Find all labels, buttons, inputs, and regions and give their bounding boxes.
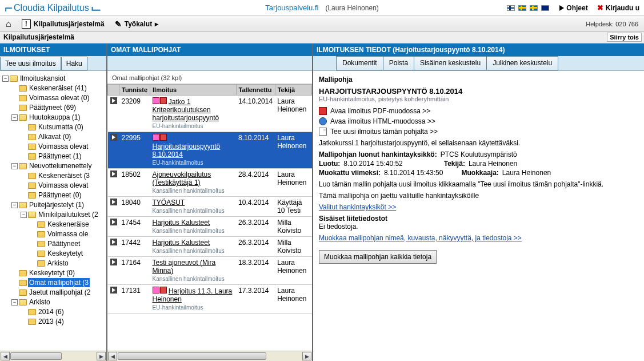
help-link[interactable]: Ohjeet: [559, 4, 587, 12]
row-title-link[interactable]: Testi ajoneuvot (Mira Minna): [153, 259, 216, 275]
service-link[interactable]: Tarjouspalvelu.fi: [265, 3, 318, 12]
tree-item[interactable]: Puitejärjestelyt (1): [28, 200, 85, 209]
logout-link[interactable]: ✖ Kirjaudu u: [597, 3, 639, 12]
pane-mallipohjat: OMAT MALLIPOHJAT Omat mallipohjat (32 kp…: [107, 43, 313, 361]
scroll-right-icon[interactable]: ▶: [302, 352, 311, 360]
tree-item[interactable]: Keskeneräiset (41): [28, 84, 88, 93]
tree-item[interactable]: Arkisto: [46, 259, 70, 268]
row-title-link[interactable]: Ajoneuvokilpailutus (Testikäyttäjä 1): [153, 170, 211, 187]
home-button[interactable]: ⌂: [6, 19, 11, 29]
selected-units-link[interactable]: Valitut hankintayksiköt >>: [319, 203, 396, 211]
row-title-link[interactable]: Harjoitustarjouspyyntö 8.10.2014: [153, 142, 221, 158]
tree-item[interactable]: Jaetut mallipohjat (2: [28, 288, 91, 297]
tree-item[interactable]: Neuvottelumenettely: [28, 161, 93, 170]
table-row[interactable]: 17131 Harjoitus 11.3. Laura HeinonenEU-h…: [108, 285, 312, 314]
new-from-template-link[interactable]: Tee uusi ilmoitus tämän pohjalta >>: [319, 128, 638, 136]
collapse-icon[interactable]: −: [11, 163, 18, 169]
detail-body: Mallipohja HARJOITUSTARJOUSPYYNTÖ 8.10.2…: [313, 71, 644, 361]
folder-tree[interactable]: −IlmoituskansiotKeskeneräiset (41)Voimas…: [0, 71, 106, 351]
expand-icon[interactable]: [110, 134, 117, 141]
expand-icon[interactable]: [110, 170, 117, 177]
row-title-link[interactable]: Harjoitus Kalusteet: [153, 219, 210, 227]
tab-dokumentit[interactable]: Dokumentit: [336, 56, 383, 70]
table-row[interactable]: 22995 Harjoitustarjouspyyntö 8.10.2014EU…: [108, 132, 312, 169]
h-scrollbar[interactable]: ◀ ▶: [0, 351, 106, 361]
new-notice-button[interactable]: Tee uusi ilmoitus: [0, 57, 61, 70]
tree-item[interactable]: 2014 (6): [37, 307, 65, 316]
scroll-right-icon[interactable]: ▶: [97, 352, 106, 360]
expand-icon[interactable]: [110, 287, 117, 293]
tree-item[interactable]: Voimassa olevat (0): [28, 93, 90, 102]
table-row[interactable]: 18502Ajoneuvokilpailutus (Testikäyttäjä …: [108, 169, 312, 197]
flag-sv-icon[interactable]: [518, 5, 526, 11]
row-subtype: EU-hankintailmoitus: [153, 304, 203, 311]
open-html-link[interactable]: Avaa ilmoitus HTML-muodossa >>: [319, 117, 638, 125]
edit-all-button[interactable]: Muokkaa mallipohjan kaikkia tietoja: [319, 250, 437, 264]
table-row[interactable]: 23209 Jatko 1 Kriteerikoulutuksen harjoi…: [108, 96, 312, 132]
collapse-icon[interactable]: −: [21, 212, 27, 218]
tab-sisainen[interactable]: Sisäinen keskustelu: [414, 56, 487, 70]
col-tallennettu[interactable]: Tallennettu: [236, 85, 275, 96]
search-button[interactable]: Haku: [61, 57, 87, 70]
cell-author: Laura Heinonen: [275, 285, 311, 314]
tree-item[interactable]: Keskeytetyt (0): [28, 268, 76, 277]
tree-item[interactable]: Päättyneet (0): [37, 191, 82, 200]
row-title-link[interactable]: Harjoitus Kalusteet: [153, 239, 210, 247]
tree-root-label[interactable]: Ilmoituskansiot: [19, 74, 66, 83]
tree-item[interactable]: Keskeytetyt: [46, 249, 84, 258]
system-menu[interactable]: ! Kilpailutusjärjestelmä: [22, 19, 105, 29]
tree-item[interactable]: Arkisto: [28, 297, 51, 307]
scroll-thumb[interactable]: [10, 352, 62, 360]
expand-icon[interactable]: [110, 97, 117, 104]
collapse-icon[interactable]: −: [11, 299, 18, 306]
tree-item[interactable]: Voimassa olevat: [37, 181, 89, 190]
row-subtype: EU-hankintailmoitus: [153, 160, 203, 166]
tree-item[interactable]: Keskeneräiset (3: [37, 171, 91, 180]
expand-icon[interactable]: [110, 199, 117, 205]
siirry-button[interactable]: Siirry tois: [607, 33, 642, 42]
tab-poista[interactable]: Poista: [383, 56, 414, 70]
tree-item[interactable]: Minikilpailutukset (2: [37, 210, 99, 219]
collapse-icon[interactable]: −: [11, 114, 18, 121]
tree-item[interactable]: Voimassa olevat: [37, 142, 89, 151]
logo: ⌐ Cloudia Kilpailutus ⌙: [5, 0, 102, 16]
table-row[interactable]: 17164Testi ajoneuvot (Mira Minna)Kansall…: [108, 257, 312, 285]
created-value: 8.10.2014 15:40:52: [343, 160, 402, 168]
collapse-icon[interactable]: −: [2, 76, 9, 82]
scroll-left-icon[interactable]: ◀: [1, 352, 10, 360]
expand-icon[interactable]: [110, 259, 117, 265]
h-scrollbar[interactable]: ◀ ▶: [107, 351, 312, 361]
expand-icon[interactable]: [110, 219, 117, 225]
tree-item[interactable]: Kutsumatta (0): [37, 122, 85, 132]
edit-meta-link[interactable]: Muokkaa mallipohjan nimeä, kuvausta, näk…: [319, 234, 522, 242]
table-row[interactable]: 17454Harjoitus KalusteetKansallinen hank…: [108, 217, 312, 237]
flag-se-icon[interactable]: [530, 5, 538, 11]
tree-item[interactable]: Omat mallipohjat (3: [28, 278, 90, 287]
row-title-link[interactable]: TYÖASUT: [153, 199, 185, 207]
scroll-left-icon[interactable]: ◀: [108, 352, 117, 360]
col-tunniste[interactable]: Tunniste: [119, 85, 150, 96]
tab-julkinen[interactable]: Julkinen keskustelu: [486, 56, 558, 70]
collapse-icon[interactable]: −: [11, 202, 18, 208]
table-row[interactable]: 17442Harjoitus KalusteetKansallinen hank…: [108, 237, 312, 257]
tree-item[interactable]: Keskeneräise: [46, 220, 90, 229]
tree-item[interactable]: Päättyneet (1): [37, 152, 82, 161]
tree-item[interactable]: Päättyneet: [46, 239, 81, 248]
folder-icon: [37, 241, 45, 247]
col-tekija[interactable]: Tekijä: [275, 85, 311, 96]
list-heading: Omat mallipohjat (32 kpl): [107, 71, 312, 84]
col-ilmoitus[interactable]: Ilmoitus: [150, 85, 237, 96]
tree-item[interactable]: Alkavat (0): [37, 132, 72, 141]
tools-menu[interactable]: ✎ Työkalut ▸: [115, 19, 158, 29]
tree-item[interactable]: Päättyneet (69): [28, 103, 77, 112]
tree-item[interactable]: 2013 (4): [37, 317, 65, 326]
flag-en-icon[interactable]: [541, 5, 549, 11]
tree-item[interactable]: Huutokauppa (1): [28, 113, 81, 122]
expand-icon[interactable]: [110, 239, 117, 245]
open-pdf-link[interactable]: Avaa ilmoitus PDF-muodossa >>: [319, 107, 638, 115]
template-table-wrap[interactable]: Tunniste Ilmoitus Tallennettu Tekijä 232…: [107, 84, 312, 351]
flag-fi-icon[interactable]: [507, 5, 515, 11]
table-row[interactable]: 18040TYÖASUTKansallinen hankintailmoitus…: [108, 197, 312, 217]
tree-item[interactable]: Voimassa ole: [46, 229, 89, 239]
scroll-thumb[interactable]: [118, 352, 266, 360]
